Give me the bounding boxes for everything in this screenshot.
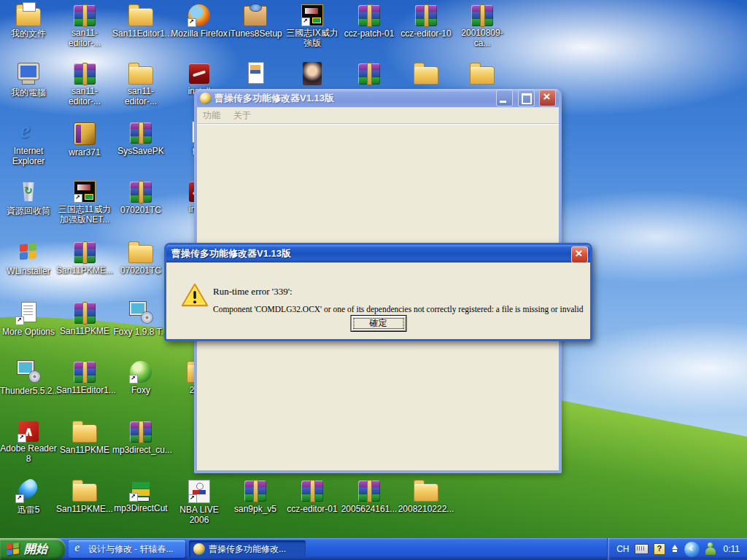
desktop-icon-label: 20010809-ca... [454, 28, 511, 48]
app-window-titlebar[interactable]: 曹操传多功能修改器V1.13版 [197, 89, 559, 107]
menu-item-function[interactable]: 功能 [203, 109, 220, 122]
desktop-icon-image [74, 181, 96, 203]
desktop-icon-image [471, 5, 493, 26]
desktop-icon[interactable]: WLinstaller [0, 241, 57, 277]
desktop-icon[interactable]: san9pk_v5 [227, 479, 284, 515]
desktop-icon[interactable]: San11Editor1... [56, 360, 113, 396]
desktop-icon[interactable]: 20010809-ca... [454, 4, 511, 49]
task-label: 曹操传多功能修改... [209, 543, 286, 556]
desktop-icon[interactable]: San11PKME [56, 420, 113, 456]
desktop-icon[interactable]: Thunder5.5.2... [0, 360, 57, 397]
desktop-icon[interactable]: iTunes8Setup [227, 4, 284, 39]
desktop-icon-image [358, 63, 380, 85]
desktop-icon[interactable]: ccz-editor-10 [398, 4, 454, 39]
desktop-icon-label: wrar371 [69, 147, 100, 158]
language-indicator[interactable]: CH [616, 544, 629, 554]
taskbar-task-button[interactable]: 设计与修改 - 轩辕春... [69, 540, 185, 558]
desktop-icon[interactable]: San11PKME [56, 301, 113, 337]
desktop-icon-label: San11PKME [60, 326, 109, 336]
desktop-icon[interactable]: 迅雷5 [0, 479, 57, 516]
desktop-icon[interactable]: san11-editor-... [112, 62, 169, 107]
desktop-icon-label: Foxy [131, 385, 150, 395]
desktop-icon[interactable]: San11Editor1... [112, 4, 169, 39]
desktop-icon-image [16, 8, 41, 26]
desktop-icon[interactable]: san11-editor-... [56, 62, 113, 107]
desktop-icon-image [130, 182, 152, 203]
desktop-icon[interactable]: Foxy 1.9.8 T... [112, 301, 169, 338]
error-dialog-body: Run-time error '339': Component 'COMDLG3… [166, 262, 590, 339]
desktop-icon[interactable]: 2005624161... [341, 479, 398, 515]
desktop-icon[interactable]: Adobe Reader 8 [0, 420, 57, 464]
desktop-icon[interactable]: 資源回收筒 [0, 180, 57, 217]
desktop-icon-image [244, 481, 266, 502]
task-icon [73, 543, 85, 555]
desktop-icon[interactable]: San11PKME... [56, 479, 113, 515]
round-blue-tray-icon[interactable] [684, 542, 700, 557]
desktop-icon-label: 070201TC [120, 205, 161, 215]
desktop-icon[interactable]: 我的文件 [0, 4, 57, 39]
taskbar-tasks: 设计与修改 - 轩辕春... 曹操传多功能修改... [69, 540, 306, 558]
desktop-icon-label: 2005624161... [341, 504, 398, 514]
help-icon[interactable] [654, 543, 665, 555]
desktop-icon-label: 資源回收筒 [7, 206, 50, 216]
desktop-icon-image [72, 483, 97, 502]
desktop-icon[interactable]: Internet Explorer [0, 121, 57, 167]
start-button[interactable]: 開始 [0, 538, 66, 560]
error-dialog: 曹操传多功能修改器V1.13版 Run-time error '339': Co… [164, 243, 592, 341]
desktop-icon[interactable]: 070201TC [112, 180, 169, 216]
desktop-icon-image [130, 421, 152, 443]
desktop-icon-label: NBA LIVE 2006 [171, 505, 228, 525]
desktop-icon[interactable]: ccz-editor-01 [284, 479, 341, 515]
desktop-icon[interactable]: 我的電腦 [0, 62, 57, 98]
desktop-icon-image [128, 301, 153, 324]
desktop-icon-image [128, 8, 153, 26]
desktop-icon[interactable]: ccz-patch-01 [341, 4, 398, 39]
menu-item-about[interactable]: 关于 [233, 109, 251, 122]
desktop-icon-image [415, 5, 437, 26]
desktop: 我的文件 我的電腦 Internet Explorer 資源回收筒 WLinst… [0, 0, 747, 560]
desktop-icon[interactable]: 三國志IX威力強版 [284, 4, 341, 49]
desktop-icon-image [128, 245, 153, 263]
desktop-icon-image [74, 242, 96, 263]
ok-button[interactable]: 確定 [350, 315, 406, 332]
desktop-icon-label: Adobe Reader 8 [0, 443, 57, 464]
desktop-icon-image [18, 421, 39, 442]
desktop-icon[interactable]: More Options [0, 301, 57, 338]
desktop-icon-image [414, 483, 438, 502]
keyboard-icon[interactable] [635, 544, 649, 554]
desktop-icon[interactable]: San11PKME... [56, 241, 113, 276]
hidden-icons-arrow[interactable] [670, 544, 679, 554]
app-window-title: 曹操传多功能修改器V1.13版 [214, 92, 495, 105]
taskbar-task-button[interactable]: 曹操传多功能修改... [189, 540, 306, 558]
close-button[interactable] [539, 90, 556, 106]
desktop-icon-label: 070201TC [120, 265, 161, 276]
error-dialog-titlebar[interactable]: 曹操传多功能修改器V1.13版 [166, 245, 590, 262]
desktop-icon-image [16, 360, 41, 384]
desktop-icon-label: san11-editor-... [56, 28, 113, 48]
minimize-button[interactable] [496, 90, 513, 106]
desktop-icon[interactable]: wrar371 [56, 121, 113, 158]
desktop-icon[interactable]: mp3DirectCut [112, 479, 169, 514]
desktop-icon[interactable]: mp3direct_cu... [112, 420, 169, 456]
desktop-icon-label: 我的電腦 [11, 88, 46, 98]
desktop-icon[interactable]: Foxy [112, 360, 169, 396]
error-text-line1: Run-time error '339': [213, 286, 293, 298]
desktop-icon[interactable]: Mozilla Firefox [171, 4, 228, 39]
desktop-icon[interactable]: 三国志11威力加强版NET... [56, 180, 113, 225]
desktop-icon[interactable]: san11-editor-... [56, 4, 113, 49]
desktop-icon-label: san9pk_v5 [234, 504, 276, 514]
error-dialog-title: 曹操传多功能修改器V1.13版 [171, 247, 291, 260]
desktop-icon-image [189, 63, 209, 84]
desktop-icon-label: San11PKME... [56, 504, 113, 514]
maximize-button[interactable] [518, 90, 535, 106]
desktop-icon-image [74, 303, 96, 324]
error-text-line2: Component 'COMDLG32.OCX' or one of its d… [213, 305, 584, 314]
desktop-icon-label: Mozilla Firefox [171, 28, 227, 39]
desktop-icon[interactable]: SysSavePK [112, 121, 169, 157]
dialog-close-button[interactable] [571, 246, 588, 263]
desktop-icon-label: 2008210222... [398, 504, 454, 514]
messenger-status-icon[interactable] [705, 542, 716, 556]
desktop-icon[interactable]: 2008210222... [398, 479, 454, 515]
desktop-icon[interactable]: NBA LIVE 2006 [171, 479, 228, 526]
desktop-icon[interactable]: 070201TC [112, 241, 169, 276]
